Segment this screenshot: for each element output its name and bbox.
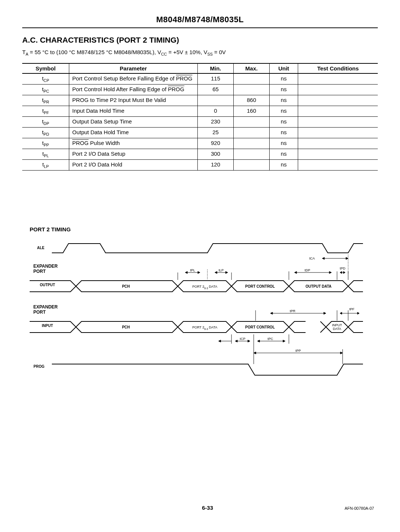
label-tpr: tPR bbox=[290, 309, 296, 313]
table-row: tPRPROG to Time P2 Input Must Be Valid86… bbox=[22, 95, 378, 106]
bus-port20-out: PORT 20-3 DATA bbox=[192, 285, 217, 290]
label-expander2a: EXPANDER bbox=[33, 304, 58, 310]
diagram-title: PORT 2 TIMING bbox=[30, 226, 378, 232]
table-row: tLPPort 2 I/O Data Hold120ns bbox=[22, 160, 378, 171]
table-row: tPFInput Data Hold Time0160ns bbox=[22, 106, 378, 117]
label-tpp: tPP bbox=[296, 349, 301, 353]
bus-pc-in: PORT CONTROL bbox=[245, 325, 275, 329]
col-symbol: Symbol bbox=[22, 63, 69, 73]
label-tpl: tPL bbox=[190, 268, 195, 272]
label-tpd: tPD bbox=[340, 267, 346, 270]
bus-id-in: INPUT bbox=[332, 323, 343, 327]
table-header-row: Symbol Parameter Min. Max. Unit Test Con… bbox=[22, 63, 378, 73]
table-row: tPCPort Control Hold After Falling Edge … bbox=[22, 85, 378, 95]
doc-id: AFN-00780A-07 bbox=[345, 506, 374, 510]
table-row: tDPOutput Data Setup Time230ns bbox=[22, 117, 378, 128]
divider bbox=[22, 27, 378, 28]
bus-od-out: OUTPUT DATA bbox=[306, 284, 331, 288]
table-row: tPDOutput Data Hold Time25ns bbox=[22, 128, 378, 138]
table-row: tPPPROG Pulse Width920ns bbox=[22, 138, 378, 149]
label-expander1b: PORT bbox=[33, 269, 46, 274]
part-title: M8048/M8748/M8035L bbox=[22, 15, 378, 24]
col-test: Test Conditions bbox=[298, 63, 378, 73]
bus-pch-in: PCH bbox=[122, 325, 130, 329]
label-ale: ALE bbox=[37, 246, 44, 250]
conditions-line: TA = 55 °C to (100 °C M8748/125 °C M8048… bbox=[22, 49, 378, 56]
svg-text:DATA: DATA bbox=[333, 327, 341, 331]
col-parameter: Parameter bbox=[69, 63, 198, 73]
label-prog: PROG bbox=[34, 364, 45, 369]
label-tdp: tDP bbox=[304, 268, 310, 272]
bus-pch-out: PCH bbox=[122, 284, 130, 288]
label-expander2b: PORT bbox=[33, 310, 46, 315]
timing-diagram: ALE tCA EXPANDER PORT OUTPUT bbox=[26, 236, 378, 386]
label-tca: tCA bbox=[309, 257, 315, 260]
page-number: 6-33 bbox=[70, 505, 345, 511]
table-row: tPLPort 2 I/O Data Setup300ns bbox=[22, 149, 378, 160]
characteristics-table: Symbol Parameter Min. Max. Unit Test Con… bbox=[22, 63, 378, 171]
table-row: tCPPort Control Setup Before Falling Edg… bbox=[22, 73, 378, 85]
col-max: Max. bbox=[234, 63, 270, 73]
section-title: A.C. CHARACTERISTICS (PORT 2 TIMING) bbox=[22, 36, 378, 44]
label-input: INPUT bbox=[42, 324, 53, 328]
label-tcp: tCP bbox=[240, 337, 245, 341]
label-tlp: tLP bbox=[219, 268, 224, 272]
label-output: OUTPUT bbox=[40, 283, 55, 287]
label-tpf: tPF bbox=[349, 307, 355, 311]
col-unit: Unit bbox=[270, 63, 298, 73]
bus-port20-in: PORT 20-3 DATA bbox=[192, 326, 217, 330]
label-expander1a: EXPANDER bbox=[33, 264, 58, 269]
col-min: Min. bbox=[198, 63, 234, 73]
label-tpc: tPC bbox=[267, 337, 273, 341]
bus-pc-out: PORT CONTROL bbox=[245, 284, 275, 288]
